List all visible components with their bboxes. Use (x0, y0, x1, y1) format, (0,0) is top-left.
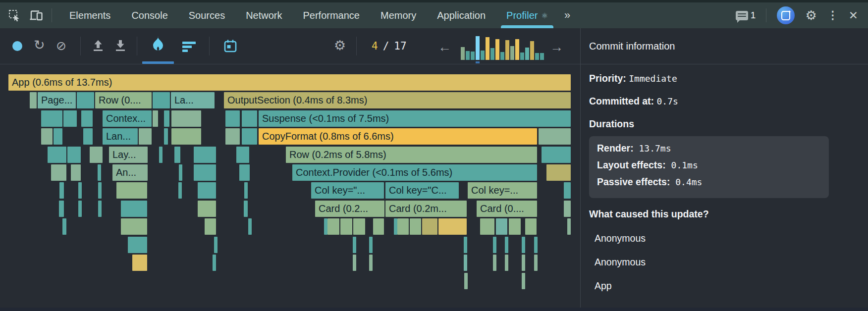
flame-bar[interactable] (324, 218, 327, 235)
flame-bar[interactable] (564, 201, 571, 217)
tab-sources[interactable]: Sources (178, 2, 235, 28)
flamegraph-view-button[interactable] (151, 36, 165, 52)
flame-bar[interactable] (81, 110, 93, 127)
flame-bar[interactable] (179, 164, 182, 181)
prev-commit-button[interactable]: ← (438, 41, 451, 54)
inspect-element-icon[interactable] (8, 9, 21, 22)
flame-bar[interactable] (48, 147, 66, 163)
flame-bar[interactable] (98, 201, 102, 217)
flame-bar[interactable] (397, 218, 409, 235)
flame-bar[interactable] (242, 110, 257, 127)
record-button[interactable] (12, 41, 22, 51)
flame-bar[interactable] (90, 147, 103, 163)
flame-bar[interactable] (164, 128, 168, 145)
flame-bar[interactable] (464, 273, 468, 289)
flame-bar[interactable] (194, 147, 216, 163)
flame-bar[interactable] (505, 237, 508, 253)
flame-bar[interactable] (83, 128, 93, 145)
reload-and-profile-button[interactable]: ↻ (34, 39, 45, 52)
flame-bar[interactable] (225, 128, 240, 145)
flame-bar[interactable] (174, 147, 180, 163)
kebab-menu-icon[interactable]: ⋮ (827, 10, 838, 21)
flame-bar-copyformat[interactable]: CopyFormat (0.8ms of 6.6ms) (259, 128, 537, 145)
flame-bar[interactable] (236, 147, 249, 163)
next-commit-button[interactable]: → (550, 41, 563, 54)
flame-bar[interactable] (116, 182, 147, 199)
flame-bar[interactable] (51, 164, 66, 181)
flame-bar[interactable] (509, 218, 521, 235)
flame-bar[interactable] (71, 164, 81, 181)
flame-bar-row[interactable]: Row (0.2ms of 5.8ms) (286, 147, 537, 163)
tab-console[interactable]: Console (121, 2, 178, 28)
commit-bar-9[interactable] (500, 52, 504, 60)
flame-bar[interactable] (78, 182, 82, 199)
flame-bar[interactable] (534, 255, 538, 271)
flame-bar[interactable] (542, 147, 571, 163)
settings-gear-icon[interactable]: ⚙ (805, 9, 816, 22)
device-toolbar-icon[interactable] (29, 9, 43, 22)
commit-bar-16[interactable] (535, 53, 539, 60)
flame-bar[interactable] (327, 218, 339, 235)
commit-bar-7[interactable] (490, 48, 494, 60)
flame-bar-lay...[interactable]: Lay... (109, 147, 148, 163)
tab-network[interactable]: Network (235, 2, 292, 28)
flame-bar[interactable] (62, 218, 66, 235)
flame-bar-card[interactable]: Card (0.... (477, 201, 537, 217)
commit-bar-2[interactable] (466, 51, 470, 60)
flame-bar[interactable] (225, 110, 240, 127)
ranked-view-button[interactable] (182, 42, 196, 53)
flame-bar[interactable] (198, 182, 216, 199)
flame-bar[interactable] (522, 255, 525, 271)
flame-bar[interactable] (159, 147, 163, 163)
flame-bar[interactable] (178, 182, 182, 199)
flame-bar[interactable] (496, 218, 507, 235)
commit-bar-4-selected[interactable] (476, 36, 480, 60)
flame-bar[interactable] (353, 218, 365, 235)
flame-bar-la...[interactable]: La... (171, 92, 215, 108)
tab-profiler[interactable]: Profiler⚛ (496, 2, 558, 28)
flame-bar[interactable] (353, 237, 356, 253)
flame-bar-context.provider[interactable]: Context.Provider (<0.1ms of 5.6ms) (292, 164, 537, 181)
flame-bar[interactable] (539, 128, 571, 145)
flame-bar[interactable] (98, 164, 101, 181)
flame-bar[interactable] (78, 201, 82, 217)
flame-bar[interactable] (464, 255, 467, 271)
flame-bar-card[interactable]: Card (0.2m... (385, 201, 467, 217)
flame-bar[interactable] (171, 128, 201, 145)
flame-bar[interactable] (244, 201, 248, 217)
flame-bar[interactable] (464, 237, 467, 253)
flame-bar[interactable] (205, 218, 216, 235)
commit-bar-5[interactable] (481, 51, 485, 60)
flame-bar[interactable] (248, 218, 252, 235)
commit-bar-15[interactable] (530, 41, 534, 60)
flame-bar[interactable] (30, 92, 37, 108)
flame-bar[interactable] (522, 237, 525, 253)
flame-bar-col[interactable]: Col key="... (311, 182, 384, 199)
ai-assistant-icon[interactable]: ✦ (777, 6, 795, 24)
flame-bar[interactable] (353, 255, 356, 271)
flame-bar[interactable] (410, 218, 421, 235)
flame-bar[interactable] (239, 164, 250, 181)
close-icon[interactable]: ✕ (849, 10, 858, 21)
flame-bar[interactable] (171, 110, 201, 127)
flame-bar[interactable] (153, 92, 170, 108)
flame-bar[interactable] (59, 201, 64, 217)
flame-bar[interactable] (369, 255, 373, 271)
commit-bar-10[interactable] (505, 40, 509, 60)
commit-bar-12[interactable] (515, 39, 519, 60)
commit-bar-17[interactable] (540, 53, 544, 60)
flame-bar-app[interactable]: App (0.6ms of 13.7ms) (8, 74, 571, 91)
flame-bar[interactable] (153, 110, 158, 127)
flame-bar[interactable] (564, 182, 571, 199)
commit-bar-1[interactable] (461, 47, 465, 60)
flame-bar[interactable] (567, 218, 571, 235)
flame-bar-col[interactable]: Col key="C... (385, 182, 459, 199)
flame-bar[interactable] (198, 201, 216, 217)
flame-bar-lan...[interactable]: Lan... (103, 128, 138, 145)
clear-profile-button[interactable]: ⊘ (56, 40, 66, 52)
flame-bar[interactable] (422, 218, 437, 235)
flame-bar[interactable] (41, 128, 53, 145)
flame-bar[interactable] (340, 218, 352, 235)
flame-bar[interactable] (194, 164, 216, 181)
flame-bar[interactable] (67, 147, 81, 163)
